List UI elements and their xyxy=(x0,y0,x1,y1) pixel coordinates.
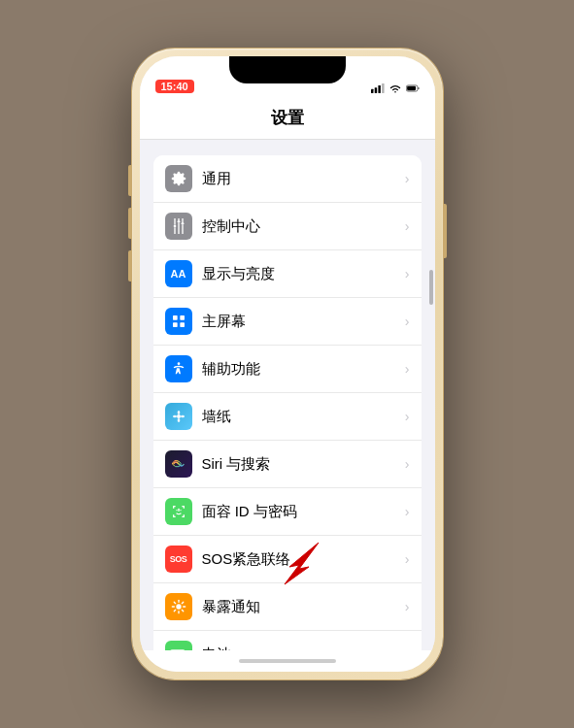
svg-rect-3 xyxy=(382,83,384,93)
chevron-icon: › xyxy=(405,266,410,281)
chevron-icon: › xyxy=(405,504,410,519)
phone-frame: 15:40 xyxy=(132,49,443,679)
settings-item-wallpaper[interactable]: 墙纸 › xyxy=(153,393,422,441)
chevron-icon: › xyxy=(405,218,410,234)
chevron-icon: › xyxy=(405,361,410,377)
svg-point-21 xyxy=(177,411,180,414)
siri-label: Siri 与搜索 xyxy=(202,455,401,474)
svg-rect-16 xyxy=(180,315,185,320)
settings-item-siri[interactable]: Siri 与搜索 › xyxy=(153,441,422,488)
chevron-icon: › xyxy=(405,171,410,186)
exposure-icon-wrapper xyxy=(165,593,192,620)
home-screen-icon-wrapper xyxy=(165,308,192,335)
scroll-thumb xyxy=(429,270,433,305)
svg-point-6 xyxy=(177,220,180,223)
settings-item-general[interactable]: 通用 › xyxy=(153,155,422,203)
accessibility-icon xyxy=(171,361,186,377)
svg-rect-10 xyxy=(174,218,175,225)
svg-rect-8 xyxy=(178,223,179,234)
signal-icon xyxy=(371,83,385,93)
svg-line-36 xyxy=(174,610,175,611)
svg-line-34 xyxy=(182,610,183,611)
faceid-icon-wrapper xyxy=(165,498,192,525)
status-icons xyxy=(371,83,420,93)
home-indicator xyxy=(140,650,435,672)
grid-icon xyxy=(171,314,186,329)
chevron-icon: › xyxy=(405,314,410,329)
settings-container[interactable]: 通用 › 控制中心 › AA xyxy=(140,140,435,650)
chevron-icon: › xyxy=(405,456,410,472)
battery-settings-icon xyxy=(170,647,187,650)
svg-rect-17 xyxy=(173,322,178,327)
settings-item-home-screen[interactable]: 主屏幕 › xyxy=(153,298,422,346)
chevron-icon: › xyxy=(405,551,410,567)
svg-rect-2 xyxy=(378,85,380,93)
settings-item-battery[interactable]: 电池 › xyxy=(153,631,422,650)
battery-icon xyxy=(406,83,420,93)
svg-point-9 xyxy=(173,225,176,228)
settings-item-faceid[interactable]: 面容 ID 与密码 › xyxy=(153,488,422,536)
sliders-icon xyxy=(171,218,186,234)
battery-icon-wrapper xyxy=(165,641,192,650)
svg-rect-7 xyxy=(178,218,179,220)
svg-rect-13 xyxy=(182,218,183,222)
sun-icon xyxy=(171,599,186,614)
chevron-icon: › xyxy=(405,599,410,614)
aa-icon: AA xyxy=(171,268,186,280)
svg-point-23 xyxy=(173,415,177,418)
general-icon-wrapper xyxy=(165,165,192,192)
settings-item-control-center[interactable]: 控制中心 › xyxy=(153,203,422,250)
svg-line-35 xyxy=(182,602,183,603)
siri-icon xyxy=(171,456,186,472)
faceid-label: 面容 ID 与密码 xyxy=(202,503,401,521)
gear-icon xyxy=(171,171,186,186)
page-title: 设置 xyxy=(140,99,435,140)
faceid-icon xyxy=(171,504,186,519)
accessibility-icon-wrapper xyxy=(165,355,192,382)
settings-item-exposure[interactable]: 暴露通知 › xyxy=(153,583,422,631)
svg-point-24 xyxy=(181,415,185,418)
exposure-label: 暴露通知 xyxy=(202,598,401,616)
sos-label: SOS紧急联络 xyxy=(202,550,401,569)
accessibility-label: 辅助功能 xyxy=(202,360,401,379)
svg-point-25 xyxy=(176,510,177,511)
home-bar xyxy=(239,659,336,663)
status-bar: 15:40 xyxy=(140,56,435,99)
control-center-icon-wrapper xyxy=(165,213,192,240)
control-center-label: 控制中心 xyxy=(202,217,401,236)
settings-item-sos[interactable]: SOS SOS紧急联络 › xyxy=(153,536,422,583)
status-time: 15:40 xyxy=(155,80,194,93)
flower-icon xyxy=(171,409,186,424)
svg-point-22 xyxy=(177,418,180,422)
svg-point-26 xyxy=(180,510,181,511)
display-label: 显示与亮度 xyxy=(202,265,401,283)
svg-rect-1 xyxy=(374,87,376,93)
general-label: 通用 xyxy=(202,170,401,188)
wifi-icon xyxy=(388,83,402,93)
settings-item-display[interactable]: AA 显示与亮度 › xyxy=(153,250,422,298)
wallpaper-icon-wrapper xyxy=(165,403,192,430)
notch xyxy=(229,56,346,83)
settings-group-1: 通用 › 控制中心 › AA xyxy=(153,155,422,650)
display-icon-wrapper: AA xyxy=(165,260,192,287)
svg-line-33 xyxy=(174,602,175,603)
svg-rect-15 xyxy=(173,315,178,320)
battery-label: 电池 xyxy=(202,645,401,651)
svg-point-28 xyxy=(176,604,181,609)
svg-rect-11 xyxy=(174,227,175,234)
siri-icon-wrapper xyxy=(165,450,192,478)
svg-rect-0 xyxy=(371,89,373,93)
wallpaper-label: 墙纸 xyxy=(202,408,401,426)
svg-rect-5 xyxy=(407,86,416,90)
svg-rect-14 xyxy=(182,225,183,234)
chevron-icon: › xyxy=(405,646,410,650)
phone-screen: 15:40 xyxy=(140,56,435,672)
svg-point-19 xyxy=(177,362,180,365)
chevron-icon: › xyxy=(405,409,410,424)
svg-rect-18 xyxy=(180,322,185,327)
svg-point-20 xyxy=(177,414,181,418)
sos-icon-wrapper: SOS xyxy=(165,546,192,573)
settings-item-accessibility[interactable]: 辅助功能 › xyxy=(153,346,422,393)
sos-text-icon: SOS xyxy=(170,554,187,564)
svg-point-12 xyxy=(181,222,184,225)
